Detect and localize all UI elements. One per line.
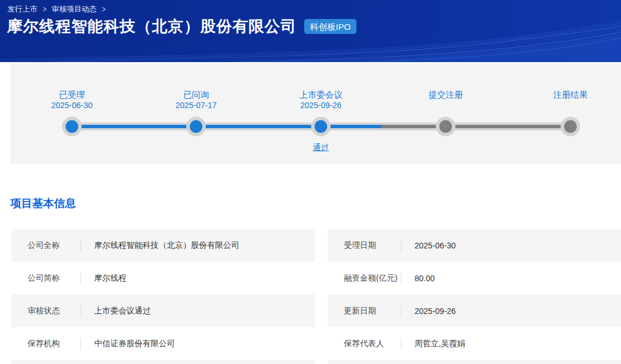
table-row-label: 审核状态 xyxy=(28,306,80,316)
project-info-tables: 公司全称摩尔线程智能科技（北京）股份有限公司公司简称摩尔线程审核状态上市委会议通… xyxy=(12,229,621,364)
info-table-right: 受理日期2025-06-30融资金额(亿元)80.00更新日期2025-09-2… xyxy=(328,229,621,364)
table-row-label: 更新日期 xyxy=(344,306,401,316)
meeting-result-link[interactable]: 通过 xyxy=(313,143,329,153)
timeline-stage-dot xyxy=(561,117,580,136)
page-title: 摩尔线程智能科技（北京）股份有限公司 xyxy=(7,16,297,37)
breadcrumb-separator-icon: > xyxy=(102,5,106,14)
table-row-value: 上市委会议通过 xyxy=(94,306,151,316)
table-row-divider xyxy=(401,272,401,285)
table-row: 审核状态上市委会议通过 xyxy=(12,294,315,327)
title-row: 摩尔线程智能科技（北京）股份有限公司 科创板IPO xyxy=(7,16,356,37)
timeline-stage-dot xyxy=(311,117,331,136)
table-row-value: 摩尔线程 xyxy=(94,273,126,283)
table-row-value: 80.00 xyxy=(415,274,435,283)
timeline-stage-name: 上市委会议 xyxy=(300,89,343,100)
table-row-divider xyxy=(80,338,81,350)
table-row-partial xyxy=(328,360,621,364)
timeline-panel: 已受理2025-06-30已问询2025-07-17上市委会议2025-09-2… xyxy=(10,63,621,164)
table-row: 受理日期2025-06-30 xyxy=(328,229,621,262)
table-row-divider xyxy=(401,338,401,350)
table-row-divider xyxy=(80,239,81,252)
timeline-stage-date: 2025-07-17 xyxy=(175,100,217,110)
table-row-label: 公司全称 xyxy=(28,240,80,251)
timeline-stage-label: 已问询2025-07-17 xyxy=(175,89,217,110)
timeline-stage-date: 2025-06-30 xyxy=(51,100,93,110)
table-row: 保荐机构中信证券股份有限公司 xyxy=(12,327,315,360)
timeline-stage-dot xyxy=(436,117,455,136)
timeline-stage-label: 已受理2025-06-30 xyxy=(51,89,93,110)
page-header: 发行上市>审核项目动态> 摩尔线程智能科技（北京）股份有限公司 科创板IPO xyxy=(0,0,621,62)
timeline-stage-label: 上市委会议2025-09-26 xyxy=(300,89,343,110)
table-row: 公司简称摩尔线程 xyxy=(12,262,315,294)
table-row: 保荐代表人周哲立,吴霞娟 xyxy=(328,327,621,360)
table-row-partial xyxy=(12,360,315,364)
table-row-label: 保荐机构 xyxy=(28,339,80,349)
table-row-value: 摩尔线程智能科技（北京）股份有限公司 xyxy=(94,240,239,251)
table-row-divider xyxy=(80,305,81,317)
breadcrumb-link[interactable]: 发行上市 xyxy=(7,4,37,14)
timeline-progress-line xyxy=(72,125,381,128)
timeline-stage-date: 2025-09-26 xyxy=(300,100,343,110)
timeline-stage-label: 提交注册 xyxy=(428,89,463,100)
timeline-stage-name: 提交注册 xyxy=(428,89,463,100)
info-table-left: 公司全称摩尔线程智能科技（北京）股份有限公司公司简称摩尔线程审核状态上市委会议通… xyxy=(12,229,315,364)
table-row: 更新日期2025-09-26 xyxy=(328,294,621,327)
board-ipo-badge: 科创板IPO xyxy=(304,19,356,34)
table-row-value: 中信证券股份有限公司 xyxy=(94,339,175,349)
table-row-value: 周哲立,吴霞娟 xyxy=(415,339,465,349)
table-row: 公司全称摩尔线程智能科技（北京）股份有限公司 xyxy=(12,229,315,262)
breadcrumb-separator-icon: > xyxy=(43,5,47,14)
table-row-label: 融资金额(亿元) xyxy=(344,273,401,283)
table-row-value: 2025-06-30 xyxy=(415,241,456,250)
timeline-stage-name: 已受理 xyxy=(51,89,93,100)
timeline-stage-name: 注册结果 xyxy=(553,89,588,100)
breadcrumb-link[interactable]: 审核项目动态 xyxy=(52,4,97,14)
section-title: 项目基本信息 xyxy=(10,197,76,209)
timeline-stage-dot xyxy=(62,117,82,136)
table-row-value: 2025-09-26 xyxy=(415,306,456,316)
breadcrumb: 发行上市>审核项目动态> xyxy=(7,4,106,14)
table-row-label: 公司简称 xyxy=(28,273,80,283)
table-row-divider xyxy=(401,239,401,252)
table-row-divider xyxy=(401,305,401,317)
timeline-stage-name: 已问询 xyxy=(175,89,217,100)
table-row: 融资金额(亿元)80.00 xyxy=(328,262,621,294)
table-row-divider xyxy=(80,272,81,285)
timeline-stage-dot xyxy=(186,117,206,136)
table-row-label: 保荐代表人 xyxy=(344,339,401,349)
table-row-label: 受理日期 xyxy=(344,240,401,251)
timeline-stage-label: 注册结果 xyxy=(553,89,588,100)
